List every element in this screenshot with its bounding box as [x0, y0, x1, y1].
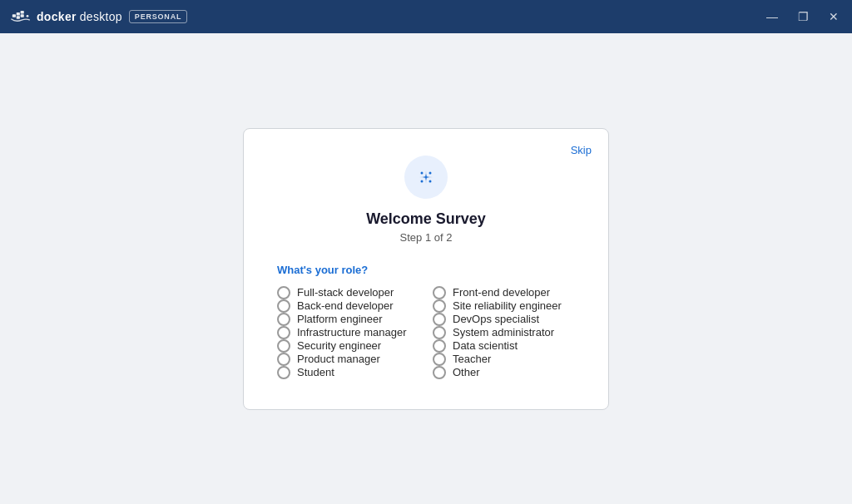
- role-text: Site reliability engineer: [453, 299, 562, 312]
- survey-card: Skip Welcome Survey Step 1 of 2: [243, 128, 609, 410]
- close-button[interactable]: ✕: [825, 9, 842, 24]
- role-option[interactable]: Teacher: [433, 353, 575, 366]
- titlebar-left: docker desktop PERSONAL: [10, 8, 187, 25]
- personal-badge: PERSONAL: [129, 10, 187, 23]
- role-text: Data scientist: [453, 339, 518, 352]
- role-text: DevOps specialist: [453, 313, 539, 325]
- role-option[interactable]: Student: [277, 366, 419, 379]
- role-radio[interactable]: [433, 313, 446, 326]
- role-option[interactable]: Platform engineer: [277, 313, 419, 326]
- role-radio[interactable]: [433, 299, 446, 313]
- role-text: Platform engineer: [297, 313, 383, 325]
- svg-rect-4: [21, 11, 24, 14]
- role-text: Back-end developer: [297, 299, 394, 312]
- svg-rect-0: [12, 14, 16, 17]
- svg-rect-1: [17, 12, 20, 16]
- svg-point-5: [27, 15, 29, 17]
- svg-point-10: [429, 180, 432, 182]
- role-option[interactable]: Site reliability engineer: [433, 299, 575, 313]
- desktop-label: desktop: [80, 10, 122, 23]
- app-name-label: docker: [37, 10, 77, 23]
- role-text: Other: [453, 366, 480, 378]
- role-text: Infrastructure manager: [297, 326, 407, 338]
- role-radio[interactable]: [433, 326, 446, 339]
- role-option[interactable]: Full-stack developer: [277, 286, 419, 299]
- svg-point-8: [429, 171, 432, 174]
- titlebar: docker desktop PERSONAL — ❐ ✕: [0, 0, 852, 33]
- roles-right-column: Front-end developerSite reliability engi…: [433, 286, 575, 379]
- role-option[interactable]: Product manager: [277, 353, 419, 366]
- role-option[interactable]: Back-end developer: [277, 299, 419, 313]
- role-text: Teacher: [453, 353, 491, 365]
- role-radio[interactable]: [433, 353, 446, 366]
- icon-circle: [404, 156, 448, 199]
- main-content: Skip Welcome Survey Step 1 of 2: [0, 33, 852, 504]
- role-radio[interactable]: [433, 366, 446, 379]
- role-radio[interactable]: [277, 339, 290, 353]
- role-text: Product manager: [297, 353, 380, 365]
- roles-grid: Full-stack developerBack-end developerPl…: [277, 286, 575, 379]
- role-option[interactable]: DevOps specialist: [433, 313, 575, 326]
- minimize-button[interactable]: —: [763, 9, 781, 24]
- role-question-label: What's your role?: [277, 264, 575, 276]
- role-radio[interactable]: [277, 326, 290, 339]
- role-text: Security engineer: [297, 339, 381, 352]
- titlebar-controls: — ❐ ✕: [763, 9, 842, 24]
- role-radio[interactable]: [277, 366, 290, 379]
- role-text: Front-end developer: [453, 286, 550, 299]
- role-option[interactable]: Data scientist: [433, 339, 575, 353]
- role-radio[interactable]: [277, 286, 290, 299]
- role-radio[interactable]: [277, 299, 290, 313]
- role-radio[interactable]: [277, 313, 290, 326]
- svg-rect-3: [17, 16, 20, 19]
- roles-left-column: Full-stack developerBack-end developerPl…: [277, 286, 419, 379]
- role-option[interactable]: System administrator: [433, 326, 575, 339]
- docker-whale-icon: [10, 8, 33, 25]
- role-option[interactable]: Infrastructure manager: [277, 326, 419, 339]
- svg-point-9: [421, 180, 424, 182]
- role-radio[interactable]: [277, 353, 290, 366]
- role-text: System administrator: [453, 326, 554, 338]
- skip-link[interactable]: Skip: [571, 144, 592, 156]
- survey-step: Step 1 of 2: [277, 231, 575, 244]
- role-option[interactable]: Other: [433, 366, 575, 379]
- role-option[interactable]: Front-end developer: [433, 286, 575, 299]
- maximize-button[interactable]: ❐: [795, 9, 812, 24]
- role-text: Full-stack developer: [297, 286, 394, 299]
- role-radio[interactable]: [433, 339, 446, 353]
- survey-title: Welcome Survey: [277, 210, 575, 228]
- docker-logo: docker desktop: [10, 8, 122, 25]
- sparkle-icon: [415, 166, 437, 188]
- svg-point-7: [421, 171, 424, 174]
- svg-rect-2: [21, 14, 24, 17]
- role-option[interactable]: Security engineer: [277, 339, 419, 353]
- role-radio[interactable]: [433, 286, 446, 299]
- card-header: Welcome Survey Step 1 of 2: [277, 156, 575, 244]
- role-text: Student: [297, 366, 334, 378]
